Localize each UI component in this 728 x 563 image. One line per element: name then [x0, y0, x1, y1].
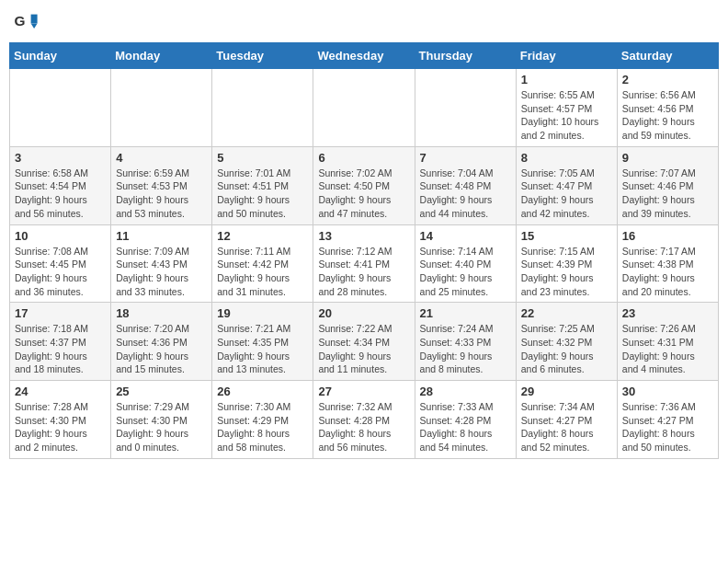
day-number: 30: [622, 385, 713, 398]
day-info: Sunrise: 7:21 AM Sunset: 4:35 PM Dayligh…: [217, 322, 308, 376]
day-info: Sunrise: 7:25 AM Sunset: 4:32 PM Dayligh…: [521, 322, 612, 376]
day-number: 22: [521, 306, 612, 320]
calendar-cell: 13Sunrise: 7:12 AM Sunset: 4:41 PM Dayli…: [313, 224, 415, 303]
calendar-week-row: 10Sunrise: 7:08 AM Sunset: 4:45 PM Dayli…: [10, 224, 719, 303]
calendar-cell: 23Sunrise: 7:26 AM Sunset: 4:31 PM Dayli…: [617, 303, 718, 381]
weekday-header-tuesday: Tuesday: [212, 43, 313, 69]
weekday-header-thursday: Thursday: [415, 43, 516, 69]
day-info: Sunrise: 7:05 AM Sunset: 4:47 PM Dayligh…: [521, 167, 612, 221]
day-info: Sunrise: 7:02 AM Sunset: 4:50 PM Dayligh…: [318, 167, 409, 221]
day-info: Sunrise: 7:17 AM Sunset: 4:38 PM Dayligh…: [622, 245, 713, 299]
day-info: Sunrise: 7:36 AM Sunset: 4:27 PM Dayligh…: [622, 400, 713, 454]
svg-marker-2: [31, 23, 38, 29]
calendar-header-row: SundayMondayTuesdayWednesdayThursdayFrid…: [10, 43, 719, 69]
svg-marker-1: [31, 15, 38, 24]
day-number: 19: [217, 306, 308, 320]
day-number: 12: [217, 229, 308, 243]
day-info: Sunrise: 7:12 AM Sunset: 4:41 PM Dayligh…: [318, 245, 409, 299]
day-info: Sunrise: 7:28 AM Sunset: 4:30 PM Dayligh…: [15, 400, 106, 454]
calendar-cell: 10Sunrise: 7:08 AM Sunset: 4:45 PM Dayli…: [10, 224, 111, 303]
day-info: Sunrise: 7:20 AM Sunset: 4:36 PM Dayligh…: [116, 322, 207, 376]
day-info: Sunrise: 7:09 AM Sunset: 4:43 PM Dayligh…: [116, 245, 207, 299]
calendar-cell: [313, 69, 415, 147]
day-number: 5: [217, 151, 308, 165]
calendar-cell: 12Sunrise: 7:11 AM Sunset: 4:42 PM Dayli…: [212, 224, 313, 303]
calendar-cell: 9Sunrise: 7:07 AM Sunset: 4:46 PM Daylig…: [617, 146, 718, 224]
day-number: 28: [420, 385, 511, 398]
day-info: Sunrise: 7:24 AM Sunset: 4:33 PM Dayligh…: [420, 322, 511, 376]
calendar-cell: 11Sunrise: 7:09 AM Sunset: 4:43 PM Dayli…: [111, 224, 212, 303]
day-number: 14: [420, 229, 511, 243]
day-number: 10: [15, 229, 106, 243]
logo-icon: G: [13, 9, 39, 35]
day-number: 9: [622, 151, 713, 165]
calendar-cell: 30Sunrise: 7:36 AM Sunset: 4:27 PM Dayli…: [617, 381, 718, 459]
calendar-week-row: 1Sunrise: 6:55 AM Sunset: 4:57 PM Daylig…: [10, 69, 719, 147]
day-number: 6: [318, 151, 409, 165]
day-number: 15: [521, 229, 612, 243]
calendar-cell: 28Sunrise: 7:33 AM Sunset: 4:28 PM Dayli…: [415, 381, 516, 459]
day-info: Sunrise: 7:33 AM Sunset: 4:28 PM Dayligh…: [420, 400, 511, 454]
day-number: 1: [521, 73, 612, 86]
day-info: Sunrise: 6:58 AM Sunset: 4:54 PM Dayligh…: [15, 167, 106, 221]
day-info: Sunrise: 7:18 AM Sunset: 4:37 PM Dayligh…: [15, 322, 106, 376]
calendar-cell: 3Sunrise: 6:58 AM Sunset: 4:54 PM Daylig…: [10, 146, 111, 224]
calendar-cell: 6Sunrise: 7:02 AM Sunset: 4:50 PM Daylig…: [313, 146, 415, 224]
day-info: Sunrise: 6:55 AM Sunset: 4:57 PM Dayligh…: [521, 88, 612, 143]
calendar-cell: 17Sunrise: 7:18 AM Sunset: 4:37 PM Dayli…: [10, 303, 111, 381]
day-number: 25: [116, 385, 207, 398]
calendar-cell: 19Sunrise: 7:21 AM Sunset: 4:35 PM Dayli…: [212, 303, 313, 381]
day-number: 4: [116, 151, 207, 165]
day-info: Sunrise: 6:59 AM Sunset: 4:53 PM Dayligh…: [116, 167, 207, 221]
day-info: Sunrise: 7:04 AM Sunset: 4:48 PM Dayligh…: [420, 167, 511, 221]
day-info: Sunrise: 7:26 AM Sunset: 4:31 PM Dayligh…: [622, 322, 713, 376]
day-number: 24: [15, 385, 106, 398]
logo: G: [13, 9, 42, 35]
calendar-week-row: 24Sunrise: 7:28 AM Sunset: 4:30 PM Dayli…: [10, 381, 719, 459]
day-number: 20: [318, 306, 409, 320]
calendar-cell: 15Sunrise: 7:15 AM Sunset: 4:39 PM Dayli…: [516, 224, 617, 303]
svg-text:G: G: [14, 13, 25, 29]
day-number: 17: [15, 306, 106, 320]
day-info: Sunrise: 7:32 AM Sunset: 4:28 PM Dayligh…: [318, 400, 409, 454]
calendar-cell: [212, 69, 313, 147]
calendar-table: SundayMondayTuesdayWednesdayThursdayFrid…: [9, 42, 719, 459]
weekday-header-friday: Friday: [516, 43, 617, 69]
calendar-cell: [111, 69, 212, 147]
calendar-cell: 14Sunrise: 7:14 AM Sunset: 4:40 PM Dayli…: [415, 224, 516, 303]
day-number: 8: [521, 151, 612, 165]
day-info: Sunrise: 7:29 AM Sunset: 4:30 PM Dayligh…: [116, 400, 207, 454]
calendar-cell: [415, 69, 516, 147]
day-number: 29: [521, 385, 612, 398]
day-number: 18: [116, 306, 207, 320]
weekday-header-monday: Monday: [111, 43, 212, 69]
day-info: Sunrise: 7:15 AM Sunset: 4:39 PM Dayligh…: [521, 245, 612, 299]
weekday-header-saturday: Saturday: [617, 43, 718, 69]
weekday-header-sunday: Sunday: [10, 43, 111, 69]
day-info: Sunrise: 7:14 AM Sunset: 4:40 PM Dayligh…: [420, 245, 511, 299]
day-info: Sunrise: 7:22 AM Sunset: 4:34 PM Dayligh…: [318, 322, 409, 376]
day-info: Sunrise: 7:11 AM Sunset: 4:42 PM Dayligh…: [217, 245, 308, 299]
day-info: Sunrise: 7:07 AM Sunset: 4:46 PM Dayligh…: [622, 167, 713, 221]
day-number: 3: [15, 151, 106, 165]
day-number: 27: [318, 385, 409, 398]
calendar-cell: 24Sunrise: 7:28 AM Sunset: 4:30 PM Dayli…: [10, 381, 111, 459]
calendar-cell: 16Sunrise: 7:17 AM Sunset: 4:38 PM Dayli…: [617, 224, 718, 303]
page-header: G: [9, 9, 719, 35]
day-number: 16: [622, 229, 713, 243]
day-info: Sunrise: 6:56 AM Sunset: 4:56 PM Dayligh…: [622, 88, 713, 143]
calendar-cell: 7Sunrise: 7:04 AM Sunset: 4:48 PM Daylig…: [415, 146, 516, 224]
calendar-cell: [10, 69, 111, 147]
calendar-cell: 25Sunrise: 7:29 AM Sunset: 4:30 PM Dayli…: [111, 381, 212, 459]
calendar-cell: 1Sunrise: 6:55 AM Sunset: 4:57 PM Daylig…: [516, 69, 617, 147]
calendar-cell: 27Sunrise: 7:32 AM Sunset: 4:28 PM Dayli…: [313, 381, 415, 459]
day-number: 13: [318, 229, 409, 243]
day-info: Sunrise: 7:34 AM Sunset: 4:27 PM Dayligh…: [521, 400, 612, 454]
calendar-cell: 20Sunrise: 7:22 AM Sunset: 4:34 PM Dayli…: [313, 303, 415, 381]
calendar-week-row: 17Sunrise: 7:18 AM Sunset: 4:37 PM Dayli…: [10, 303, 719, 381]
calendar-cell: 2Sunrise: 6:56 AM Sunset: 4:56 PM Daylig…: [617, 69, 718, 147]
weekday-header-wednesday: Wednesday: [313, 43, 415, 69]
calendar-cell: 29Sunrise: 7:34 AM Sunset: 4:27 PM Dayli…: [516, 381, 617, 459]
day-info: Sunrise: 7:30 AM Sunset: 4:29 PM Dayligh…: [217, 400, 308, 454]
calendar-week-row: 3Sunrise: 6:58 AM Sunset: 4:54 PM Daylig…: [10, 146, 719, 224]
